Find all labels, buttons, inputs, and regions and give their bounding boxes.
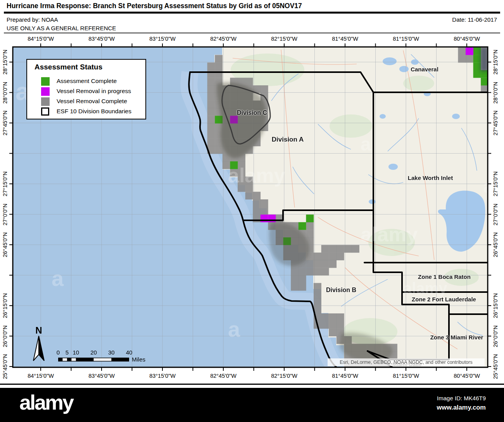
lon-label-bottom: 84°15'0"W — [28, 373, 54, 379]
lat-label-right: 28°0'0"N — [492, 81, 499, 103]
alamy-logo: alamy — [19, 390, 73, 414]
legend: Assessment Status Assessment Complete Ve… — [26, 59, 146, 119]
watermark: alamy — [228, 164, 285, 187]
grid-cell-gray — [314, 253, 321, 260]
lon-label-top: 84°15'0"W — [28, 36, 54, 42]
footer-info: Image ID: MK46T9 www.alamy.com — [437, 395, 486, 411]
lat-label-right: 27°0'0"N — [492, 203, 499, 225]
grid-cell-magenta — [466, 47, 473, 55]
map-label-zone-3-miami-river: Zone 3 Miami River — [430, 334, 483, 341]
grid-cell-gray — [321, 313, 329, 321]
scale-tick: 20 — [90, 349, 97, 356]
grid-cell-gray — [215, 55, 223, 63]
lon-label-bottom: 83°15'0"W — [149, 373, 176, 379]
scale-tick: 10 — [72, 349, 79, 356]
image-id: Image ID: MK46T9 — [437, 395, 486, 401]
footer-bar: alamy Image ID: MK46T9 www.alamy.com — [0, 388, 504, 422]
grid-cell-gray — [337, 321, 344, 329]
grid-cell-gray — [299, 275, 306, 283]
grid-cell-gray — [276, 214, 283, 222]
legend-title: Assessment Status — [35, 63, 102, 71]
grid-cell-green — [299, 222, 306, 230]
scale-tick: 5 — [66, 349, 69, 356]
grid-cell-gray — [207, 93, 215, 101]
alamy-url: www.alamy.com — [437, 404, 486, 411]
lon-label-bottom: 80°45'0"W — [454, 373, 480, 379]
lon-label-bottom: 82°45'0"W — [210, 373, 236, 379]
lat-label-right: 27°45'0"N — [492, 111, 499, 136]
map-canvas: aalamyalamyalamyaaaa 0510203040Miles — [0, 0, 504, 388]
gray-swatch — [41, 97, 50, 106]
lat-label-left: 26°15'0"N — [2, 293, 8, 318]
grid-cell-gray — [207, 100, 215, 108]
grid-cell-green — [306, 214, 314, 222]
grid-cell-gray — [215, 70, 223, 78]
scale-tick: 0 — [57, 349, 60, 356]
grid-cell-gray — [314, 283, 321, 291]
scale-unit: Miles — [132, 356, 145, 363]
grid-cell-gray — [291, 283, 299, 291]
grid-cell-gray — [207, 70, 215, 78]
grid-cell-green — [473, 70, 481, 78]
bottom-rule — [0, 384, 504, 385]
grid-cell-gray — [321, 268, 329, 275]
lat-label-right: 27°15'0"N — [492, 171, 499, 197]
grid-cell-gray — [253, 192, 261, 199]
grid-cell-magenta — [261, 214, 268, 222]
grid-cell-gray — [299, 283, 306, 291]
lon-label-top: 83°15'0"W — [149, 36, 176, 42]
grid-cell-gray — [207, 85, 215, 93]
grid-cell-gray — [329, 260, 337, 268]
grid-cell-gray — [207, 123, 215, 131]
lon-label-bottom: 81°45'0"W — [332, 373, 358, 379]
grid-cell-green — [473, 62, 481, 70]
lon-label-top: 82°45'0"W — [210, 36, 236, 42]
grid-cell-gray — [291, 275, 299, 283]
grid-cell-magenta — [268, 214, 276, 222]
map-label-division-c: Division C — [237, 109, 267, 116]
grid-cell-gray — [207, 131, 215, 139]
map-label-division-b: Division B — [326, 287, 356, 294]
grid-cell-gray — [329, 245, 337, 253]
grid-cell-gray — [329, 313, 337, 321]
grid-cell-gray — [314, 291, 321, 298]
grid-cell-gray — [337, 245, 344, 253]
map-label-zone-2-fort-lauderdale: Zone 2 Fort Lauderdale — [412, 296, 476, 303]
watermark: a — [228, 317, 240, 341]
scale-tick: 30 — [108, 349, 115, 356]
grid-cell-gray — [207, 78, 215, 85]
lon-label-top: 83°45'0"W — [88, 36, 115, 42]
grid-cell-gray — [207, 62, 215, 70]
grid-cell-gray — [321, 260, 329, 268]
grid-cell-gray — [253, 214, 261, 222]
lon-label-bottom: 82°15'0"W — [271, 373, 297, 379]
lon-label-bottom: 81°15'0"W — [393, 373, 419, 379]
watermark: alamy — [403, 280, 447, 297]
grid-cell-gray — [306, 268, 314, 275]
grid-cell-gray — [306, 260, 314, 268]
grid-cell-gray — [321, 253, 329, 260]
grid-cell-gray — [458, 47, 466, 55]
grid-cell-gray — [245, 78, 253, 85]
lat-label-right: 28°15'0"N — [492, 50, 499, 75]
grid-cell-gray — [337, 253, 344, 260]
lon-label-top: 82°15'0"W — [271, 36, 297, 42]
grid-cell-gray — [321, 321, 329, 329]
lat-label-left: 27°45'0"N — [2, 111, 8, 136]
grid-cell-green — [473, 55, 481, 63]
map-label-lake-worth-inlet: Lake Worth Inlet — [408, 175, 453, 181]
grid-cell-gray — [466, 55, 473, 63]
lat-label-left: 27°0'0"N — [2, 203, 8, 225]
grid-cell-gray — [215, 146, 223, 154]
watermark: a — [52, 266, 64, 291]
page: Hurricane Irma Response: Branch St Peter… — [0, 0, 504, 422]
grid-cell-gray — [321, 245, 329, 253]
grid-cell-gray — [314, 260, 321, 268]
boundary-swatch — [41, 107, 49, 116]
lat-label-left: 28°15'0"N — [2, 50, 8, 75]
lon-label-bottom: 83°45'0"W — [88, 373, 115, 379]
map-label-zone-1-boca-raton: Zone 1 Boca Raton — [418, 273, 471, 280]
grid-cell-gray — [306, 222, 314, 230]
lon-label-top: 81°15'0"W — [393, 36, 419, 42]
green-swatch — [41, 77, 50, 86]
